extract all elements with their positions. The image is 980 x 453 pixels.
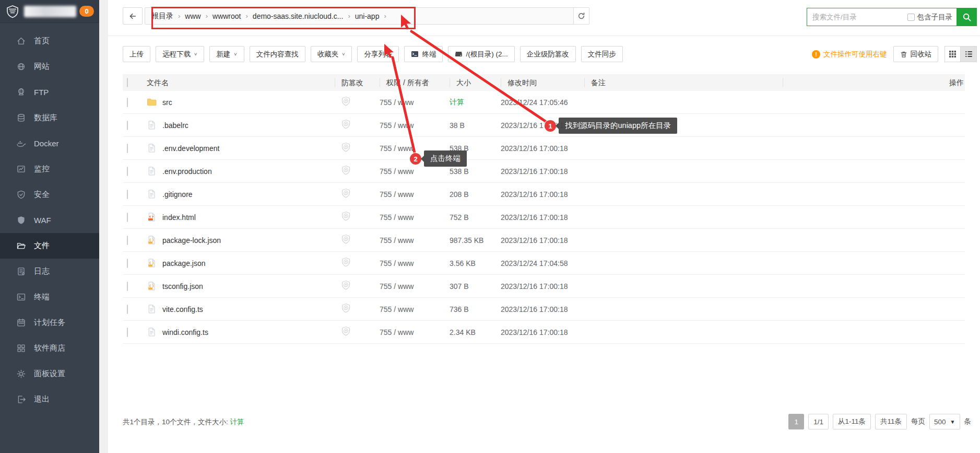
file-name[interactable]: tsconfig.json bbox=[162, 282, 203, 291]
row-checkbox[interactable] bbox=[127, 305, 128, 314]
sidebar-item-日志[interactable]: 日志 bbox=[0, 259, 99, 284]
select-all-checkbox[interactable] bbox=[127, 78, 128, 87]
page-button-1[interactable]: 1 bbox=[788, 414, 804, 429]
recycle-bin-button[interactable]: 回收站 bbox=[893, 46, 939, 62]
col-header-size[interactable]: 大小 bbox=[450, 78, 501, 87]
file-name-cell[interactable]: src bbox=[147, 97, 335, 107]
col-header-note[interactable]: 备注 bbox=[584, 78, 783, 87]
col-header-mtime[interactable]: 修改时间 bbox=[501, 78, 584, 87]
sidebar-item-网站[interactable]: 网站 bbox=[0, 54, 99, 79]
file-name[interactable]: windi.config.ts bbox=[162, 328, 208, 336]
toolbar-button-远程下载[interactable]: 远程下载∨ bbox=[156, 46, 204, 62]
sidebar-item-Docker[interactable]: Docker bbox=[0, 131, 99, 156]
search-button[interactable] bbox=[957, 8, 977, 26]
breadcrumb-item[interactable]: uni-app bbox=[355, 12, 380, 20]
tamper-proof-off-icon[interactable] bbox=[341, 257, 351, 268]
sidebar-item-FTP[interactable]: FTP bbox=[0, 79, 99, 105]
breadcrumb-item[interactable]: wwwroot bbox=[212, 12, 241, 20]
col-header-tamper[interactable]: 防篡改 bbox=[335, 78, 380, 87]
tamper-proof-off-icon[interactable] bbox=[341, 234, 351, 245]
tamper-proof-off-icon[interactable] bbox=[341, 119, 351, 130]
sidebar-item-计划任务[interactable]: 计划任务 bbox=[0, 310, 99, 335]
grid-view-button[interactable] bbox=[944, 46, 961, 62]
calc-size-link[interactable]: 计算 bbox=[230, 418, 244, 426]
notification-badge[interactable]: 0 bbox=[79, 6, 94, 17]
permission-cell[interactable]: 755 / www bbox=[380, 213, 450, 222]
row-checkbox[interactable] bbox=[127, 236, 128, 245]
tamper-proof-off-icon[interactable] bbox=[341, 280, 351, 291]
permission-cell[interactable]: 755 / www bbox=[380, 167, 450, 176]
row-checkbox[interactable] bbox=[127, 213, 128, 222]
tamper-proof-off-icon[interactable] bbox=[341, 96, 351, 107]
toolbar-button-文件同步[interactable]: 文件同步 bbox=[581, 46, 623, 62]
toolbar-button-上传[interactable]: 上传 bbox=[123, 46, 150, 62]
file-name[interactable]: src bbox=[162, 98, 172, 107]
sidebar-item-文件[interactable]: 文件 bbox=[0, 233, 99, 259]
permission-cell[interactable]: 755 / www bbox=[380, 305, 450, 313]
row-checkbox[interactable] bbox=[127, 259, 128, 268]
toolbar-button-新建[interactable]: 新建∨ bbox=[209, 46, 244, 62]
file-name[interactable]: .env.production bbox=[162, 167, 212, 176]
per-page-select[interactable]: 500 ▼ bbox=[929, 414, 960, 429]
row-checkbox[interactable] bbox=[127, 144, 128, 153]
size-cell[interactable]: 计算 bbox=[450, 98, 501, 107]
file-name[interactable]: vite.config.ts bbox=[162, 305, 203, 313]
file-name-cell[interactable]: .babelrc bbox=[147, 120, 335, 130]
file-name-cell[interactable]: .env.development bbox=[147, 143, 335, 153]
breadcrumb-item[interactable]: demo-saas.site.niucloud.c... bbox=[253, 12, 344, 20]
sidebar-item-退出[interactable]: 退出 bbox=[0, 387, 99, 412]
breadcrumb-item[interactable]: 根目录 bbox=[151, 11, 173, 21]
permission-cell[interactable]: 755 / www bbox=[380, 121, 450, 130]
file-name-cell[interactable]: windi.config.ts bbox=[147, 327, 335, 337]
file-name[interactable]: .gitignore bbox=[162, 190, 193, 199]
file-name-cell[interactable]: package-lock.json bbox=[147, 235, 335, 245]
permission-cell[interactable]: 755 / www bbox=[380, 282, 450, 291]
tamper-proof-off-icon[interactable] bbox=[341, 303, 351, 313]
col-header-name[interactable]: 文件名 bbox=[147, 78, 335, 87]
file-name-cell[interactable]: index.html bbox=[147, 212, 335, 222]
row-checkbox[interactable] bbox=[127, 98, 128, 107]
sidebar-item-WAF[interactable]: WAF bbox=[0, 207, 99, 233]
file-name-cell[interactable]: vite.config.ts bbox=[147, 304, 335, 314]
tamper-proof-off-icon[interactable] bbox=[341, 142, 351, 153]
tamper-proof-off-icon[interactable] bbox=[341, 211, 351, 222]
row-checkbox[interactable] bbox=[127, 167, 128, 176]
row-checkbox[interactable] bbox=[127, 190, 128, 199]
sidebar-item-面板设置[interactable]: 面板设置 bbox=[0, 361, 99, 387]
file-name-cell[interactable]: package.json bbox=[147, 258, 335, 268]
permission-cell[interactable]: 755 / www bbox=[380, 190, 450, 199]
sidebar-item-数据库[interactable]: 数据库 bbox=[0, 105, 99, 131]
search-input[interactable] bbox=[812, 13, 907, 21]
sidebar-item-终端[interactable]: 终端 bbox=[0, 284, 99, 310]
file-name[interactable]: index.html bbox=[162, 213, 196, 222]
sidebar-item-安全[interactable]: 安全 bbox=[0, 182, 99, 207]
list-view-button[interactable] bbox=[961, 46, 977, 62]
tamper-proof-off-icon[interactable] bbox=[341, 188, 351, 199]
sidebar-item-软件商店[interactable]: 软件商店 bbox=[0, 335, 99, 361]
permission-cell[interactable]: 755 / www bbox=[380, 144, 450, 153]
file-name[interactable]: .env.development bbox=[162, 144, 219, 153]
col-header-perm[interactable]: 权限 / 所有者 bbox=[380, 78, 450, 87]
file-name[interactable]: .babelrc bbox=[162, 121, 188, 130]
permission-cell[interactable]: 755 / www bbox=[380, 328, 450, 336]
sidebar-item-首页[interactable]: 首页 bbox=[0, 28, 99, 54]
back-button[interactable] bbox=[123, 7, 143, 25]
permission-cell[interactable]: 755 / www bbox=[380, 236, 450, 245]
file-name-cell[interactable]: tsconfig.json bbox=[147, 281, 335, 291]
toolbar-button-分享列表[interactable]: 分享列表 bbox=[357, 46, 399, 62]
file-name-cell[interactable]: .gitignore bbox=[147, 189, 335, 199]
toolbar-button-收藏夹[interactable]: 收藏夹∨ bbox=[311, 46, 352, 62]
row-checkbox[interactable] bbox=[127, 328, 128, 337]
refresh-button[interactable] bbox=[574, 7, 589, 25]
permission-cell[interactable]: 755 / www bbox=[380, 259, 450, 268]
sidebar-item-监控[interactable]: 监控 bbox=[0, 156, 99, 182]
toolbar-button-企业级防篡改[interactable]: 企业级防篡改 bbox=[520, 46, 576, 62]
toolbar-button-文件内容查找[interactable]: 文件内容查找 bbox=[250, 46, 305, 62]
breadcrumb-item[interactable]: www bbox=[185, 12, 200, 20]
toolbar-button-根目录2[interactable]: /(根目录) (2... bbox=[448, 46, 514, 62]
toolbar-button-终端[interactable]: 终端 bbox=[404, 46, 443, 62]
include-subdir-checkbox[interactable]: 包含子目录 bbox=[907, 13, 953, 22]
tamper-proof-off-icon[interactable] bbox=[341, 165, 351, 176]
row-checkbox[interactable] bbox=[127, 282, 128, 291]
file-name[interactable]: package-lock.json bbox=[162, 236, 221, 245]
